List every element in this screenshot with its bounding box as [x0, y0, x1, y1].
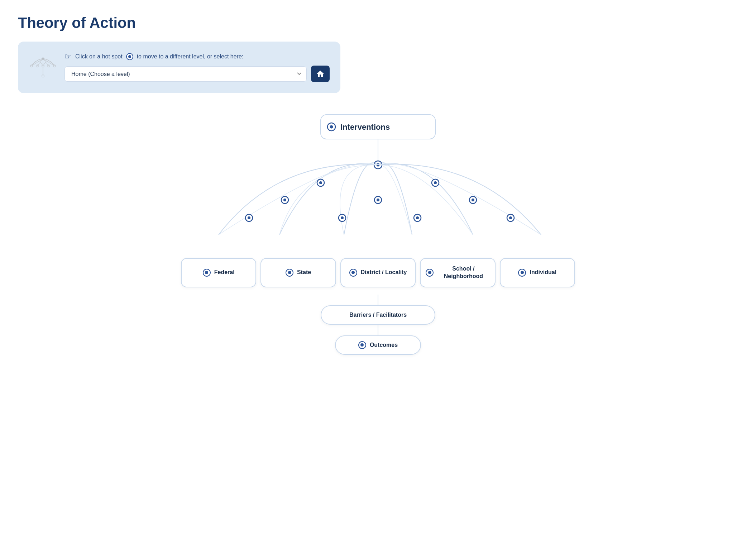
outcomes-label: Outcomes — [370, 342, 398, 348]
level-dropdown[interactable]: Home (Choose a level)InterventionsFedera… — [64, 66, 307, 82]
school-hotspot[interactable] — [426, 269, 434, 277]
state-hotspot[interactable] — [286, 269, 293, 277]
individual-label: Individual — [530, 269, 556, 276]
home-icon — [316, 70, 325, 78]
svg-point-30 — [248, 216, 250, 219]
diagram-wrapper: Interventions — [181, 108, 575, 355]
panel-instruction-area: ☞ Click on a hot spot to move to a diffe… — [64, 53, 330, 82]
outcomes-node[interactable]: Outcomes — [335, 335, 421, 355]
level-selector-row: Home (Choose a level)InterventionsFedera… — [64, 66, 330, 82]
individual-node[interactable]: Individual — [500, 258, 575, 287]
svg-point-36 — [509, 216, 512, 219]
school-label: School / Neighborhood — [437, 265, 489, 280]
level-nodes-row: Federal State District / Locality School… — [181, 258, 575, 287]
vline-1 — [378, 295, 378, 305]
school-node[interactable]: School / Neighborhood — [420, 258, 495, 287]
district-label: District / Locality — [361, 269, 407, 276]
bottom-extras: Barriers / Facilitators Outcomes — [181, 295, 575, 355]
instruction-part2: to move to a different level, or select … — [137, 53, 244, 60]
vline-2 — [378, 325, 378, 335]
page-title: Theory of Action — [18, 14, 738, 32]
federal-hotspot[interactable] — [203, 269, 211, 277]
instruction-text: ☞ Click on a hot spot to move to a diffe… — [64, 53, 330, 61]
individual-hotspot[interactable] — [518, 269, 526, 277]
svg-point-28 — [472, 199, 474, 201]
umbrella-icon — [29, 50, 57, 85]
interventions-label: Interventions — [340, 123, 390, 132]
instruction-part1: Click on a hot spot — [75, 53, 123, 60]
svg-point-32 — [341, 216, 344, 219]
district-hotspot[interactable] — [349, 269, 357, 277]
hotspot-example-icon — [126, 53, 133, 60]
svg-point-24 — [283, 199, 286, 201]
barriers-node[interactable]: Barriers / Facilitators — [321, 305, 435, 325]
state-node[interactable]: State — [260, 258, 336, 287]
federal-node[interactable]: Federal — [181, 258, 256, 287]
svg-point-22 — [434, 181, 437, 184]
svg-point-34 — [416, 216, 419, 219]
outcomes-hotspot[interactable] — [358, 341, 366, 349]
home-button[interactable] — [311, 66, 330, 82]
hand-icon: ☞ — [64, 53, 72, 61]
state-label: State — [297, 269, 311, 276]
federal-label: Federal — [214, 269, 235, 276]
svg-point-26 — [377, 199, 379, 201]
district-node[interactable]: District / Locality — [340, 258, 416, 287]
svg-point-15 — [330, 125, 333, 129]
svg-point-20 — [319, 181, 322, 184]
barriers-label: Barriers / Facilitators — [349, 312, 407, 318]
top-panel: ☞ Click on a hot spot to move to a diffe… — [18, 42, 340, 93]
